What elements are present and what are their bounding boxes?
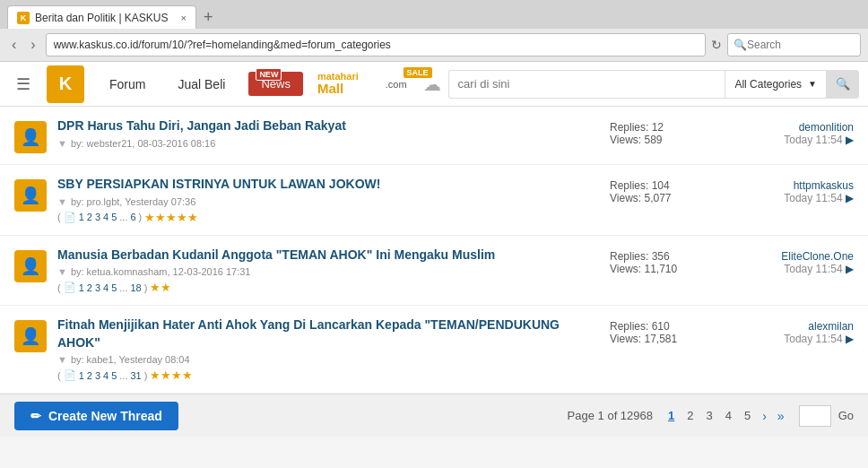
next-icon[interactable]: ▶	[846, 192, 854, 204]
page-link-last[interactable]: 18	[130, 282, 141, 293]
site-search-input[interactable]	[448, 70, 725, 99]
matahari-mall-logo[interactable]: matahari Mall SALE .com	[317, 71, 407, 97]
nav-forum[interactable]: Forum	[93, 62, 161, 107]
page-link-4[interactable]: 4	[103, 282, 108, 293]
page-link-3[interactable]: 3	[95, 212, 100, 222]
hamburger-menu[interactable]: ☰	[9, 67, 38, 101]
back-button[interactable]: ‹	[7, 35, 21, 55]
vote-icon[interactable]: ▼	[57, 266, 67, 277]
page-link-3[interactable]: 3	[95, 282, 100, 293]
thread-last-post: EliteClone.One Today 11:54 ▶	[737, 247, 854, 275]
pagination: Page 1 of 12968 1 2 3 4 5 › » Go	[568, 405, 854, 427]
thread-author: by: pro.lgbt, Yesterday 07:36	[71, 196, 195, 207]
search-icon: 🔍	[836, 77, 850, 91]
address-bar: ‹ › ↻ 🔍	[0, 29, 868, 61]
page-link-5[interactable]: 5	[111, 212, 117, 222]
next-page-button[interactable]: ›	[759, 407, 770, 425]
page-link-2[interactable]: 2	[87, 212, 92, 222]
site-search-button[interactable]: 🔍	[827, 70, 859, 99]
news-button[interactable]: NEW News	[248, 72, 303, 96]
page-link-5[interactable]: 5	[111, 282, 117, 293]
matahari-bottom-text: Mall	[317, 82, 359, 97]
page-link-1[interactable]: 1	[79, 370, 84, 381]
thread-content: Fitnah Menjijikan Hater Anti Ahok Yang D…	[57, 316, 599, 382]
thread-pages: ( 📄 1 2 3 4 5 ... 6 ) ★★★★★	[57, 211, 599, 224]
page-bracket-open: (	[57, 370, 61, 381]
page-link-2[interactable]: 2	[87, 282, 92, 293]
replies-count: Replies: 610	[610, 320, 726, 333]
forward-button[interactable]: ›	[26, 35, 39, 55]
tab-close-button[interactable]: ×	[181, 13, 187, 23]
thread-title[interactable]: Manusia Berbadan Kudanil Anggota "TEMAN …	[57, 247, 495, 262]
tab-favicon: K	[17, 12, 30, 24]
page-link-1[interactable]: 1	[79, 212, 84, 222]
thread-title[interactable]: SBY PERSIAPKAN ISTRINYA UNTUK LAWAN JOKO…	[57, 177, 380, 191]
thread-meta: ▼ by: pro.lgbt, Yesterday 07:36	[57, 196, 599, 207]
thread-last-post: httpmkaskus Today 11:54 ▶	[737, 176, 854, 204]
thread-last-post: demonlition Today 11:54 ▶	[737, 117, 854, 146]
page-link-last[interactable]: 31	[130, 370, 141, 381]
last-poster[interactable]: EliteClone.One	[781, 250, 854, 263]
thread-title[interactable]: DPR Harus Tahu Diri, Jangan Jadi Beban R…	[57, 118, 346, 133]
mall-com: .com	[386, 79, 407, 90]
views-count: Views: 11,710	[610, 263, 726, 275]
doc-icon: 📄	[64, 282, 76, 293]
go-to-page-input[interactable]	[799, 405, 831, 427]
page-link-2[interactable]: 2	[87, 370, 92, 381]
last-page-button[interactable]: »	[774, 407, 788, 425]
avatar: 👤	[14, 250, 47, 282]
thread-content: DPR Harus Tahu Diri, Jangan Jadi Beban R…	[57, 117, 599, 149]
last-poster[interactable]: httpmkaskus	[794, 179, 854, 192]
vote-icon[interactable]: ▼	[57, 138, 67, 149]
nav-news[interactable]: NEW News	[241, 72, 310, 96]
page-num-2[interactable]: 2	[682, 407, 698, 424]
avatar: 👤	[14, 320, 47, 352]
last-poster[interactable]: demonlition	[799, 121, 854, 134]
page-num-3[interactable]: 3	[701, 407, 716, 424]
url-input[interactable]	[46, 33, 706, 56]
category-dropdown[interactable]: All Categories ▼	[725, 70, 827, 99]
thread-stars: ★★	[150, 281, 171, 294]
thread-pages: ( 📄 1 2 3 4 5 ... 31 ) ★★★★	[57, 368, 599, 382]
nav-jual-beli[interactable]: Jual Beli	[161, 62, 241, 107]
user-icon: 👤	[21, 186, 40, 205]
active-tab[interactable]: K Berita dan Politik | KASKUS ×	[7, 5, 196, 29]
page-num-5[interactable]: 5	[740, 407, 755, 424]
ellipsis: ...	[119, 370, 127, 381]
next-icon[interactable]: ▶	[846, 263, 854, 275]
page-link-3[interactable]: 3	[95, 370, 100, 381]
page-link-5[interactable]: 5	[111, 370, 117, 381]
thread-meta: ▼ by: kabe1, Yesterday 08:04	[57, 354, 599, 365]
thread-author: by: ketua.komnasham, 12-03-2016 17:31	[71, 266, 251, 277]
doc-icon: 📄	[64, 212, 76, 223]
thread-last-post: alexmilan Today 11:54 ▶	[737, 316, 854, 345]
next-icon[interactable]: ▶	[846, 134, 854, 146]
last-time: Today 11:54	[784, 134, 842, 146]
page-link-4[interactable]: 4	[103, 370, 108, 381]
ellipsis: ...	[119, 282, 127, 293]
views-count: Views: 5,077	[610, 192, 726, 204]
page-link-last[interactable]: 6	[130, 212, 135, 222]
browser-search-input[interactable]	[747, 39, 855, 51]
go-button[interactable]: Go	[838, 409, 854, 422]
thread-title[interactable]: Fitnah Menjijikan Hater Anti Ahok Yang D…	[57, 317, 560, 350]
site-navbar: ☰ K Forum Jual Beli NEW News matahari Ma…	[0, 62, 868, 107]
page-bracket-close: )	[144, 370, 148, 381]
page-link-4[interactable]: 4	[103, 212, 108, 222]
new-tab-button[interactable]: +	[196, 5, 221, 29]
browser-search-box: 🔍	[727, 33, 861, 56]
page-link-1[interactable]: 1	[79, 282, 84, 293]
last-poster[interactable]: alexmilan	[808, 320, 854, 333]
vote-icon[interactable]: ▼	[57, 354, 67, 365]
next-icon[interactable]: ▶	[846, 333, 854, 345]
create-thread-button[interactable]: ✏ Create New Thread	[14, 402, 178, 430]
refresh-button[interactable]: ↻	[711, 38, 722, 52]
browser-chrome: K Berita dan Politik | KASKUS × + ‹ › ↻ …	[0, 0, 868, 62]
kaskus-logo[interactable]: K	[47, 65, 84, 103]
page-num-4[interactable]: 4	[721, 407, 736, 424]
avatar: 👤	[14, 121, 47, 153]
user-icon: 👤	[21, 256, 40, 276]
category-label: All Categories	[734, 78, 802, 91]
vote-icon[interactable]: ▼	[57, 196, 67, 207]
page-num-1[interactable]: 1	[664, 407, 679, 424]
